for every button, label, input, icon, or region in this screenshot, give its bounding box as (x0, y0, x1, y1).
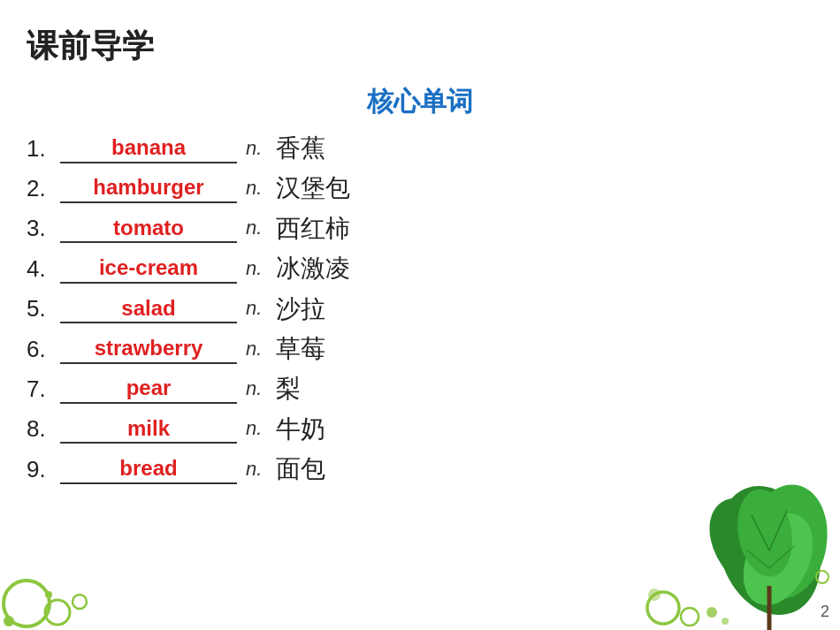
deco-plant-right (645, 471, 840, 630)
item-number: 5. (27, 291, 58, 326)
word-underline: pear (60, 374, 237, 404)
item-number: 2. (27, 171, 58, 206)
english-word: strawberry (95, 331, 203, 364)
svg-point-4 (45, 591, 52, 598)
svg-point-3 (4, 616, 14, 626)
item-number: 4. (27, 251, 58, 286)
chinese-meaning: 汉堡包 (276, 169, 350, 207)
svg-point-18 (706, 607, 717, 618)
page-number: 2 (821, 603, 829, 621)
item-number: 3. (27, 210, 58, 246)
english-word: pear (126, 371, 172, 404)
vocab-item: 6. strawberry n. 草莓 (27, 330, 840, 368)
chinese-meaning: 牛奶 (276, 410, 325, 448)
word-underline: ice-cream (60, 254, 237, 284)
english-word: banana (111, 131, 186, 163)
part-of-speech: n. (241, 213, 267, 243)
part-of-speech: n. (241, 173, 267, 203)
item-number: 6. (27, 331, 58, 367)
svg-point-19 (722, 618, 729, 625)
section-title: 核心单词 (0, 84, 840, 120)
item-number: 1. (27, 131, 58, 166)
vocab-item: 7. pear n. 梨 (27, 369, 840, 407)
item-number: 9. (27, 452, 58, 487)
chinese-meaning: 沙拉 (276, 290, 325, 328)
chinese-meaning: 西红柿 (276, 209, 350, 247)
vocab-item: 1. banana n. 香蕉 (27, 129, 840, 167)
vocab-item: 4. ice-cream n. 冰激凌 (27, 249, 840, 287)
svg-point-6 (681, 608, 699, 626)
part-of-speech: n. (241, 454, 267, 484)
word-underline: banana (60, 133, 237, 163)
vocab-item: 2. hamburger n. 汉堡包 (27, 169, 840, 207)
english-word: hamburger (93, 171, 203, 203)
chinese-meaning: 冰激凌 (276, 249, 350, 287)
deco-circles-left (0, 524, 106, 630)
english-word: ice-cream (99, 251, 198, 284)
word-underline: salad (60, 293, 237, 323)
chinese-meaning: 草莓 (276, 330, 325, 368)
english-word: tomato (113, 211, 184, 244)
part-of-speech: n. (241, 374, 267, 404)
item-number: 8. (27, 411, 58, 446)
word-underline: strawberry (60, 334, 237, 364)
vocab-list: 1. banana n. 香蕉 2. hamburger n. 汉堡包 3. t… (0, 129, 840, 489)
item-number: 7. (27, 371, 58, 406)
part-of-speech: n. (241, 133, 267, 163)
word-underline: hamburger (60, 173, 237, 203)
part-of-speech: n. (241, 293, 267, 323)
vocab-item: 8. milk n. 牛奶 (27, 410, 840, 448)
word-underline: tomato (60, 213, 237, 243)
vocab-item: 3. tomato n. 西红柿 (27, 209, 840, 247)
english-word: milk (127, 412, 170, 444)
page-title: 课前导学 (0, 0, 840, 68)
chinese-meaning: 香蕉 (276, 129, 325, 167)
word-underline: bread (60, 454, 237, 484)
part-of-speech: n. (241, 254, 267, 284)
english-word: bread (119, 452, 177, 484)
word-underline: milk (60, 414, 237, 444)
part-of-speech: n. (241, 414, 267, 444)
chinese-meaning: 梨 (276, 369, 301, 407)
vocab-item: 5. salad n. 沙拉 (27, 290, 840, 328)
svg-point-2 (73, 595, 87, 609)
chinese-meaning: 面包 (276, 450, 325, 488)
svg-point-7 (648, 588, 661, 601)
part-of-speech: n. (241, 334, 267, 364)
english-word: salad (121, 292, 175, 324)
